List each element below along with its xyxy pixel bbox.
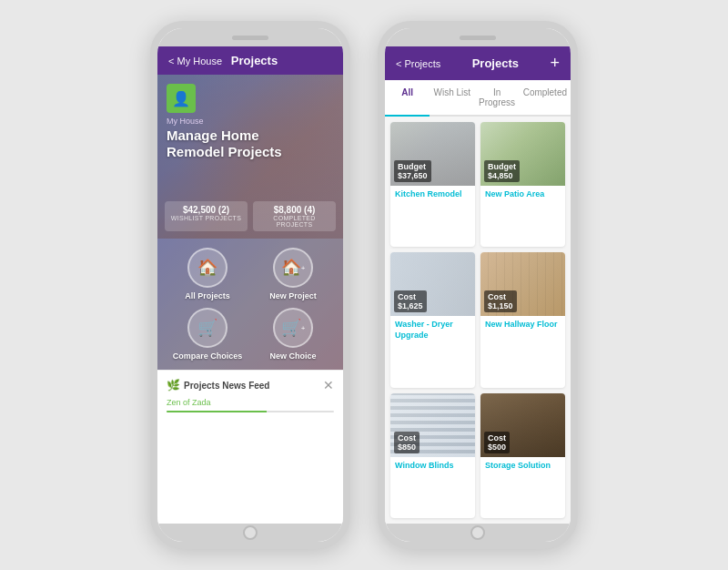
all-projects-icon: 🏠 [187, 248, 228, 288]
phone-1-house-label: My House [167, 117, 334, 126]
window-blinds-info: Window Blinds [390, 457, 475, 475]
phone-2-top [385, 28, 571, 46]
card-new-patio-area[interactable]: Budget $4,850 New Patio Area [480, 122, 565, 247]
storage-solution-budget: Cost $500 [484, 432, 510, 453]
card-new-hallway-floor[interactable]: Cost $1,150 New Hallway Floor [480, 252, 565, 388]
compare-choices-button[interactable]: 🛒 Compare Choices [168, 308, 247, 361]
storage-solution-title: Storage Solution [485, 461, 561, 472]
phone-1-badge: 👤 [167, 84, 196, 113]
compare-choices-icon: 🛒 [187, 308, 228, 348]
window-blinds-title: Window Blinds [395, 461, 470, 472]
all-projects-label: All Projects [185, 291, 230, 300]
phone-2-screen: < Projects Projects + All Wish List In P… [385, 46, 571, 524]
new-hallway-floor-budget: Cost $1,150 [484, 290, 517, 312]
phone-1-stats: $42,500 (2) WISHLIST PROJECTS $8,800 (4)… [165, 201, 336, 231]
phone-1-newsfeed-title: 🌿 Projects News Feed [167, 379, 269, 392]
phone-2-tabs: All Wish List In Progress Completed [385, 80, 571, 117]
tab-in-progress[interactable]: In Progress [474, 80, 519, 117]
tab-wish-list[interactable]: Wish List [430, 80, 474, 117]
phone-1-stat-completed-amount: $8,800 (4) [258, 205, 330, 215]
newsfeed-close-button[interactable]: ✕ [323, 378, 334, 392]
phone-1-newsfeed-source: Zen of Zada [167, 398, 334, 407]
home-icon: 👤 [172, 90, 190, 107]
phone-2-bottom [385, 524, 571, 542]
phone-1-home-button[interactable] [243, 525, 258, 540]
phone-1-bottom [157, 524, 343, 542]
kitchen-remodel-budget: Budget $37,650 [394, 160, 431, 182]
phone-1-stat-completed-label: COMPLETED PROJECTS [258, 215, 330, 228]
window-blinds-budget: Cost $850 [394, 432, 420, 453]
phone-1-newsfeed-bar-fill [167, 411, 267, 412]
phone-1-hero: 👤 My House Manage HomeRemodel Projects $… [157, 75, 343, 239]
all-projects-button[interactable]: 🏠 All Projects [168, 248, 247, 300]
phone-2-add-button[interactable]: + [550, 54, 560, 73]
card-kitchen-remodel[interactable]: Budget $37,650 Kitchen Remodel [390, 122, 475, 247]
phone-2-nav-back[interactable]: < Projects [396, 58, 440, 69]
kitchen-remodel-info: Kitchen Remodel [390, 186, 475, 204]
compare-choices-label: Compare Choices [173, 351, 243, 361]
phone-1-nav-back[interactable]: < My House [168, 56, 222, 66]
phone-2-grid: Budget $37,650 Kitchen Remodel Budget $4… [385, 117, 571, 524]
washer-dryer-title: Washer - Dryer Upgrade [395, 320, 470, 341]
phone-1-stat-wishlist: $42,500 (2) WISHLIST PROJECTS [165, 201, 248, 231]
phone-1-hero-content: 👤 My House Manage HomeRemodel Projects [167, 84, 334, 160]
new-choice-icon: 🛒+ [273, 308, 313, 348]
phone-1-title: Manage HomeRemodel Projects [167, 127, 334, 160]
phone-1-top [157, 28, 343, 46]
washer-dryer-image: Cost $1,625 [390, 252, 475, 316]
phone-1-nav: < My House Projects [157, 46, 343, 75]
window-blinds-image: Cost $850 [390, 393, 475, 457]
new-patio-area-image: Budget $4,850 [480, 122, 565, 186]
phone-1: < My House Projects 👤 My House Manage Ho… [150, 21, 350, 549]
phone-2-nav: < Projects Projects + [385, 46, 571, 80]
phone-2: < Projects Projects + All Wish List In P… [378, 21, 578, 549]
phone-2-home-button[interactable] [470, 525, 485, 540]
kitchen-remodel-title: Kitchen Remodel [395, 189, 470, 200]
tab-completed[interactable]: Completed [520, 80, 571, 117]
leaf-icon: 🌿 [167, 379, 180, 392]
phone-2-nav-title: Projects [472, 56, 519, 70]
phone-1-newsfeed-bar [167, 411, 334, 412]
new-patio-area-budget: Budget $4,850 [484, 160, 520, 182]
phone-1-nav-title: Projects [231, 54, 278, 67]
new-patio-area-info: New Patio Area [480, 186, 565, 204]
phone-1-screen: < My House Projects 👤 My House Manage Ho… [157, 46, 343, 524]
phone-1-speaker [232, 36, 268, 40]
card-storage-solution[interactable]: Cost $500 Storage Solution [480, 393, 565, 518]
new-hallway-floor-image: Cost $1,150 [480, 252, 565, 316]
storage-solution-info: Storage Solution [480, 457, 565, 475]
new-choice-label: New Choice [269, 351, 316, 361]
phone-1-newsfeed: 🌿 Projects News Feed ✕ Zen of Zada [157, 370, 343, 524]
card-washer-dryer[interactable]: Cost $1,625 Washer - Dryer Upgrade [390, 252, 475, 388]
kitchen-remodel-image: Budget $37,650 [390, 122, 475, 186]
new-hallway-floor-title: New Hallway Floor [485, 320, 561, 331]
new-choice-button[interactable]: 🛒+ New Choice [254, 308, 332, 361]
new-patio-area-title: New Patio Area [485, 189, 561, 200]
new-project-label: New Project [269, 291, 317, 300]
washer-dryer-info: Washer - Dryer Upgrade [390, 316, 475, 344]
new-project-button[interactable]: 🏠+ New Project [254, 248, 332, 300]
phone-1-newsfeed-header: 🌿 Projects News Feed ✕ [167, 378, 334, 392]
phone-1-stat-completed: $8,800 (4) COMPLETED PROJECTS [253, 201, 336, 231]
storage-solution-image: Cost $500 [480, 393, 565, 457]
phone-1-stat-wishlist-amount: $42,500 (2) [170, 205, 242, 215]
phone-2-speaker [460, 36, 496, 40]
card-window-blinds[interactable]: Cost $850 Window Blinds [390, 393, 475, 518]
new-hallway-floor-info: New Hallway Floor [480, 316, 565, 334]
washer-dryer-budget: Cost $1,625 [394, 290, 427, 312]
tab-all[interactable]: All [385, 80, 430, 117]
phone-1-actions: 🏠 All Projects 🏠+ New Project 🛒 Compare … [157, 239, 343, 370]
phone-1-stat-wishlist-label: WISHLIST PROJECTS [170, 215, 242, 221]
new-project-icon: 🏠+ [273, 248, 313, 288]
